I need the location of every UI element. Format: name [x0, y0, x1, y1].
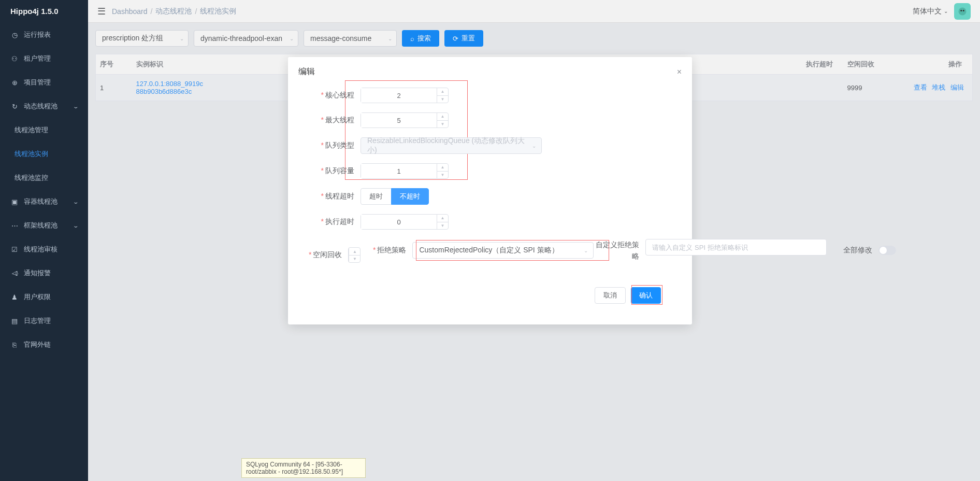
- spinner: ▲ ▼: [437, 88, 448, 103]
- label-queue-type: 队列类型: [309, 141, 361, 150]
- row-reject: 拒绝策略 CustomRejectedPolicy（自定义 SPI 策略） ⌄: [361, 242, 594, 259]
- exec-timeout-input[interactable]: ▲ ▼: [361, 214, 449, 230]
- chevron-down-icon: ⌄: [584, 248, 588, 253]
- spinner-down-icon[interactable]: ▼: [437, 222, 448, 230]
- dialog-overlay: 编辑 × 核心线程 ▲ ▼ 最大线程: [0, 0, 980, 481]
- timeout-radio-group: 超时 不超时: [361, 188, 429, 205]
- idle-recycle-input[interactable]: ▲ ▼: [348, 247, 361, 263]
- cancel-button[interactable]: 取消: [595, 287, 626, 304]
- core-thread-input[interactable]: ▲ ▼: [361, 88, 449, 103]
- spinner-down-icon[interactable]: ▼: [437, 121, 448, 128]
- spinner-up-icon[interactable]: ▲: [437, 164, 448, 172]
- max-thread-input[interactable]: ▲ ▼: [361, 112, 449, 128]
- row-idle: 空闲回收 ▲ ▼ 拒绝策略 CustomRejectedPolicy（自定义 S…: [309, 239, 671, 272]
- reject-policy-select[interactable]: CustomRejectedPolicy（自定义 SPI 策略） ⌄: [412, 242, 594, 259]
- spinner: ▲ ▼: [349, 248, 360, 262]
- row-queue-type: 队列类型 ResizableLinkedBlockingQueue (动态修改队…: [309, 137, 671, 154]
- spinner: ▲ ▼: [437, 215, 448, 229]
- max-thread-field[interactable]: [361, 113, 437, 128]
- queue-cap-input[interactable]: ▲ ▼: [361, 163, 449, 179]
- label-max: 最大线程: [309, 116, 361, 125]
- label-timeout: 线程超时: [309, 192, 361, 201]
- spinner-up-icon[interactable]: ▲: [349, 248, 360, 256]
- row-timeout: 线程超时 超时 不超时: [309, 188, 671, 205]
- queue-cap-field[interactable]: [361, 164, 437, 178]
- row-max: 最大线程 ▲ ▼: [309, 112, 671, 128]
- select-value: CustomRejectedPolicy（自定义 SPI 策略）: [419, 246, 558, 255]
- exec-timeout-field[interactable]: [361, 215, 437, 229]
- spinner-up-icon[interactable]: ▲: [437, 113, 448, 121]
- core-thread-field[interactable]: [361, 88, 437, 103]
- dialog-title: 编辑: [298, 66, 315, 77]
- row-queue-cap: 队列容量 ▲ ▼: [309, 163, 671, 179]
- chevron-down-icon: ⌄: [532, 143, 536, 149]
- close-icon[interactable]: ×: [677, 67, 682, 77]
- dialog-body: 核心线程 ▲ ▼ 最大线程 ▲ ▼: [288, 82, 692, 324]
- row-custom-reject: 自定义拒绝策略: [594, 239, 827, 262]
- taskbar-hint: SQLyog Community 64 - [95-3306-root/zabb…: [241, 458, 366, 478]
- spinner-down-icon[interactable]: ▼: [349, 256, 360, 263]
- label-exec-timeout: 执行超时: [309, 217, 361, 227]
- label-core: 核心线程: [309, 91, 361, 100]
- label-reject: 拒绝策略: [361, 246, 412, 255]
- timeout-on-radio[interactable]: 超时: [361, 188, 391, 205]
- spinner-up-icon[interactable]: ▲: [437, 88, 448, 96]
- label-queue-cap: 队列容量: [309, 166, 361, 176]
- row-core: 核心线程 ▲ ▼: [309, 88, 671, 103]
- dialog-header: 编辑 ×: [288, 57, 692, 82]
- label-idle: 空闲回收: [309, 250, 348, 260]
- timeout-off-radio[interactable]: 不超时: [391, 188, 429, 205]
- row-exec-timeout: 执行超时 ▲ ▼: [309, 214, 671, 230]
- custom-reject-input[interactable]: [645, 239, 827, 256]
- row-all-modify: 全部修改: [827, 246, 896, 255]
- spinner-up-icon[interactable]: ▲: [437, 215, 448, 222]
- label-all-modify: 全部修改: [827, 246, 878, 255]
- spinner: ▲ ▼: [437, 164, 448, 178]
- select-value: ResizableLinkedBlockingQueue (动态修改队列大小): [367, 136, 526, 155]
- all-modify-switch[interactable]: [878, 246, 896, 255]
- spinner-down-icon[interactable]: ▼: [437, 96, 448, 103]
- spinner: ▲ ▼: [437, 113, 448, 128]
- label-custom-reject: 自定义拒绝策略: [594, 239, 645, 262]
- confirm-button[interactable]: 确认: [631, 287, 661, 304]
- queue-type-select: ResizableLinkedBlockingQueue (动态修改队列大小) …: [361, 137, 542, 154]
- edit-dialog: 编辑 × 核心线程 ▲ ▼ 最大线程: [288, 57, 692, 324]
- spinner-down-icon[interactable]: ▼: [437, 172, 448, 179]
- dialog-footer: 取消 确认: [309, 281, 671, 314]
